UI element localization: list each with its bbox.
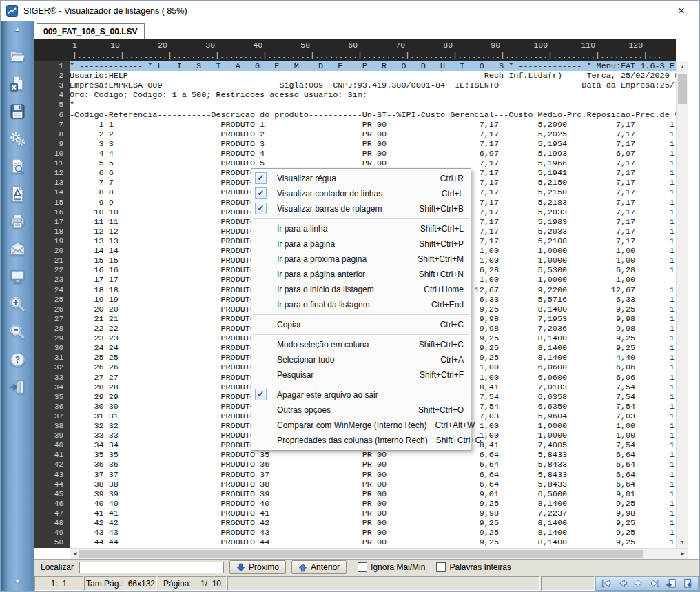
line-number: 33 [34, 373, 70, 382]
find-next-button[interactable]: Próximo [229, 560, 286, 574]
menu-item-shortcut: Shift+Ctrl+L [420, 221, 464, 236]
find-input[interactable] [79, 562, 224, 573]
menu-item-shortcut: Ctrl+Alt+W [435, 418, 475, 433]
line-number: 12 [34, 168, 70, 178]
listing-line[interactable]: * --------------------------------------… [70, 100, 676, 110]
status-empty-cell [541, 576, 595, 591]
listing-line[interactable]: 1 1 PRODUTO 1 PR 00 7,17 5,2090 7,17 1 [70, 120, 676, 130]
listing-line[interactable]: 4 4 PRODUTO 4 PR 00 6,97 5,1993 6,97 1 [70, 149, 676, 159]
listing-line[interactable]: 3 3 PRODUTO 3 PR 00 7,17 5,1954 7,17 1 [70, 139, 676, 149]
menu-item[interactable]: PesquisarShift+Ctrl+F [251, 367, 471, 382]
title-bar: SIGER® - Visualizador de listagens ( 85%… [1, 1, 699, 21]
listing-line[interactable]: 42 42 PRODUTO 42 PR 00 9,25 8,1400 9,25 … [70, 518, 676, 528]
open-folder-icon[interactable] [8, 47, 27, 65]
menu-item[interactable]: Propriedades das colunas (Interno Rech)S… [251, 433, 471, 448]
listing-line[interactable]: Usuario:HELP Rech Inf.Ltda(r) Terca, 25/… [70, 71, 676, 81]
menu-item[interactable]: Modo seleção em colunaShift+Ctrl+C [251, 337, 471, 352]
sidebar-expand-button[interactable]: ▼ [14, 577, 21, 587]
exit-icon[interactable] [8, 378, 27, 396]
scroll-up-icon[interactable]: ▲ [677, 61, 688, 72]
menu-item[interactable]: Ir para a páginaShift+Ctrl+P [251, 236, 471, 252]
menu-item-shortcut: Shift+Ctrl+F [420, 367, 464, 382]
line-number: 24 [34, 285, 70, 295]
arrow-up-icon [298, 563, 307, 572]
menu-item[interactable]: Ir para a linhaShift+Ctrl+L [251, 221, 471, 236]
menu-item[interactable]: Ir para a próxima páginaShift+Ctrl+M [251, 252, 471, 267]
listing-line[interactable]: Empresa:EMPRESA 009 Sigla:009 CNPJ:93.41… [70, 81, 676, 90]
display-icon[interactable] [8, 267, 27, 286]
preview-icon[interactable] [8, 157, 27, 176]
save-icon[interactable] [8, 102, 27, 121]
listing-line[interactable]: 2 2 PRODUTO 2 PR 00 7,17 5,2025 7,17 1 [70, 130, 676, 139]
line-number: 31 [34, 353, 70, 363]
close-file-icon[interactable] [8, 74, 27, 93]
listing-line[interactable]: Ord: Codigo; Codigo: 1 a 500; Restricoes… [70, 90, 676, 100]
vertical-scrollbar[interactable]: ▲ ▼ [676, 61, 688, 548]
listing-line[interactable]: 43 43 PRODUTO 43 PR 00 9,25 8,1400 9,25 … [70, 528, 676, 538]
scroll-down-icon[interactable]: ▼ [677, 537, 688, 548]
menu-item[interactable]: Ir para a página anteriorShift+Ctrl+N [251, 267, 471, 282]
settings-icon[interactable] [8, 130, 27, 148]
menu-item[interactable]: Outras opçõesShift+Ctrl+O [251, 402, 471, 418]
listing-line[interactable]: 40 40 PRODUTO 40 PR 00 9,25 8,1400 9,25 … [70, 499, 676, 509]
tab-file[interactable]: 009_FAT_106_S_00.LSV [37, 23, 145, 39]
menu-item-shortcut: Ctrl+R [440, 171, 464, 186]
line-number: 32 [34, 363, 70, 372]
print-icon[interactable] [8, 212, 27, 231]
horizontal-scroll-thumb[interactable] [79, 550, 643, 558]
menu-item-shortcut: Shift+Ctrl+M [418, 252, 464, 267]
pdf-icon[interactable] [8, 185, 27, 203]
nav-last-icon[interactable] [648, 577, 662, 590]
zoom-out-icon[interactable] [8, 323, 27, 341]
nav-first-icon[interactable] [599, 577, 614, 590]
menu-item-label: Visualizar contador de linhas [277, 186, 433, 201]
menu-item[interactable]: ✓Visualizar contador de linhasCtrl+L [251, 186, 471, 201]
menu-item[interactable]: ✓Visualizar réguaCtrl+R [251, 171, 471, 186]
export-listing-icon[interactable] [680, 577, 694, 590]
line-number: 3 [34, 81, 70, 90]
menu-item[interactable]: ✓Visualizar barras de rolagemShift+Ctrl+… [251, 201, 471, 216]
line-number: 6 [34, 110, 70, 120]
svg-text:?: ? [14, 355, 20, 365]
menu-item[interactable]: ✓Apagar este arquivo ao sair [251, 387, 471, 402]
menu-item-label: Modo seleção em coluna [277, 337, 411, 352]
menu-item-shortcut: Ctrl+C [440, 317, 464, 332]
find-previous-button[interactable]: Anterior [291, 560, 347, 574]
sidebar-collapse-button[interactable]: ▲ [14, 24, 21, 34]
listing-line[interactable]: 39 39 PRODUTO 39 PR 00 9,01 6,5600 9,01 … [70, 489, 676, 499]
nav-next-icon[interactable] [632, 577, 646, 590]
page-nav-panel [595, 576, 699, 591]
listing-line[interactable]: 5 5 PRODUTO 5 PR 00 7,17 5,1966 7,17 1 [70, 159, 676, 168]
close-icon[interactable]: × [669, 1, 694, 21]
zoom-in-icon[interactable] [8, 295, 27, 314]
scroll-right-icon[interactable]: ► [677, 549, 688, 559]
listing-line[interactable]: * ------------- * L I S T A G E M D E P … [70, 61, 676, 71]
line-number: 26 [34, 305, 70, 314]
menu-item[interactable]: Comparar com WinMerge (Interno Rech)Ctrl… [251, 418, 471, 433]
listing-line[interactable]: 44 44 PRODUTO 44 PR 00 9,25 8,1400 9,25 … [70, 538, 676, 547]
listing-line[interactable]: 41 41 PRODUTO 41 PR 00 9,98 7,2237 9,98 … [70, 509, 676, 518]
listing-line[interactable]: -Codigo-Referencia-----------Descricao d… [70, 110, 676, 120]
whole-words-checkbox[interactable]: Palavras Inteiras [436, 562, 511, 572]
menu-separator [253, 314, 469, 315]
listing-line[interactable]: 35 35 PRODUTO 35 PR 00 6,64 5,8433 6,64 … [70, 450, 676, 460]
status-empty-cell [227, 576, 540, 591]
goto-page-icon[interactable] [664, 577, 679, 590]
listing-line[interactable]: 36 36 PRODUTO 36 PR 00 6,64 5,8433 6,64 … [70, 460, 676, 469]
line-number: 47 [34, 509, 70, 518]
listing-line[interactable]: 37 37 PRODUTO 37 PR 00 6,64 5,8433 6,64 … [70, 470, 676, 480]
line-number: 44 [34, 480, 70, 489]
help-icon[interactable]: ? [8, 350, 27, 369]
menu-item[interactable]: Ir para o início da listagemCtrl+Home [251, 282, 471, 297]
menu-item[interactable]: CopiarCtrl+C [251, 317, 471, 332]
ignore-case-checkbox[interactable]: Ignora Mai/Min [358, 562, 425, 572]
vertical-scroll-thumb[interactable] [678, 74, 687, 104]
line-number: 43 [34, 470, 70, 480]
nav-previous-icon[interactable] [615, 577, 630, 590]
line-number: 19 [34, 236, 70, 246]
listing-line[interactable]: 38 38 PRODUTO 38 PR 00 6,64 5,8433 6,64 … [70, 480, 676, 489]
horizontal-scrollbar[interactable]: ◄ ► [70, 548, 688, 559]
menu-item[interactable]: Selecionar tudoCtrl+A [251, 352, 471, 367]
menu-item[interactable]: Ir para o final da listagemCtrl+End [251, 297, 471, 312]
email-icon[interactable] [8, 240, 27, 258]
